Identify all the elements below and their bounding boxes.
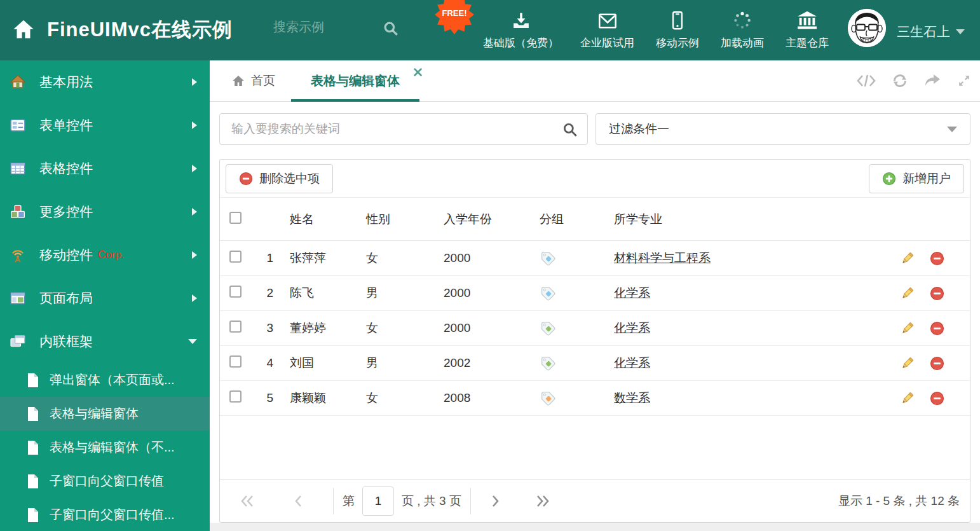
open-new-window-icon[interactable]: [924, 74, 941, 88]
edit-icon[interactable]: [900, 286, 915, 301]
first-page-button[interactable]: [240, 494, 254, 508]
sidebar-item-label: 更多控件: [39, 203, 93, 221]
major-link[interactable]: 化学系: [614, 321, 650, 334]
header-search-icon[interactable]: [383, 20, 399, 39]
delete-selected-button[interactable]: 删除选中项: [226, 164, 333, 193]
delete-icon[interactable]: [930, 356, 944, 371]
keyword-search-input[interactable]: [230, 121, 554, 137]
cell-major: 化学系: [614, 320, 875, 336]
expand-icon[interactable]: [957, 74, 971, 88]
brand-home-icon[interactable]: [11, 18, 36, 43]
row-checkbox[interactable]: [229, 286, 242, 298]
home-icon: [9, 74, 28, 90]
row-checkbox[interactable]: [229, 390, 242, 403]
cell-actions: [875, 356, 970, 371]
sidebar-subitem-child-to-parent[interactable]: 子窗口向父窗口传值: [0, 464, 210, 498]
search-icon[interactable]: [562, 121, 578, 141]
sidebar-subitem-label: 子窗口向父窗口传值: [50, 472, 164, 490]
cell-gender: 男: [366, 355, 444, 371]
sidebar-subitem-grid-edit-window-2[interactable]: 表格与编辑窗体（不...: [0, 431, 210, 464]
sidebar-subitem-label: 表格与编辑窗体（不...: [50, 439, 175, 456]
tab-grid-edit-window[interactable]: 表格与编辑窗体: [291, 60, 419, 101]
header-search-input[interactable]: [272, 19, 374, 35]
delete-icon[interactable]: [930, 321, 944, 336]
sidebar-item-grid-controls[interactable]: 表格控件: [0, 147, 210, 190]
col-gender: 性别: [366, 211, 444, 228]
sidebar-item-page-layout[interactable]: 页面布局: [0, 277, 210, 320]
cell-name: 董婷婷: [277, 320, 366, 336]
filter-row: 过滤条件一: [219, 113, 970, 145]
sidebar-item-form-controls[interactable]: 表单控件: [0, 104, 210, 147]
refresh-icon[interactable]: [892, 73, 908, 88]
form-icon: [9, 117, 28, 134]
menu-item-theme-store[interactable]: 主题仓库: [786, 11, 829, 50]
cell-year: 2000: [444, 286, 540, 300]
row-number: 4: [252, 356, 277, 370]
sidebar-subitem-grid-edit-window[interactable]: 表格与编辑窗体: [0, 397, 210, 431]
tab-home[interactable]: 首页: [231, 60, 275, 101]
delete-icon[interactable]: [930, 391, 944, 406]
menu-item-loading-animation[interactable]: 加载动画: [721, 11, 764, 50]
sidebar-item-label: 基本用法: [39, 73, 93, 91]
add-user-button[interactable]: 新增用户: [869, 164, 964, 193]
chevron-right-icon: [192, 78, 197, 86]
user-menu[interactable]: 三生石上: [897, 23, 965, 41]
home-icon: [231, 74, 245, 87]
top-header: FineUIMvc在线示例 FREE! 基础版（免费） 企业版试用: [0, 0, 980, 60]
sidebar-item-label: 内联框架: [39, 333, 93, 350]
layout-icon: [9, 290, 28, 307]
major-link[interactable]: 化学系: [614, 356, 650, 369]
menu-item-label: 主题仓库: [786, 36, 829, 50]
row-checkbox[interactable]: [229, 355, 242, 368]
filter-dropdown[interactable]: 过滤条件一: [595, 113, 970, 145]
sidebar-subitem-child-to-parent-2[interactable]: 子窗口向父窗口传值...: [0, 498, 210, 531]
table-row: 1 张萍萍 女 2000 材料科学与工程系: [220, 241, 970, 276]
tag-icon: [541, 251, 555, 266]
chevron-down-icon: [188, 339, 197, 344]
select-all-checkbox[interactable]: [229, 212, 242, 224]
cell-name: 陈飞: [277, 285, 366, 301]
sidebar-subitem-popup-window[interactable]: 弹出窗体（本页面或...: [0, 363, 210, 397]
delete-icon[interactable]: [930, 286, 944, 301]
edit-icon[interactable]: [900, 391, 915, 406]
major-link[interactable]: 数学系: [614, 391, 650, 404]
cell-name: 张萍萍: [277, 250, 366, 266]
sidebar-item-inline-frame[interactable]: 内联框架: [0, 320, 210, 363]
row-checkbox[interactable]: [229, 251, 242, 263]
major-link[interactable]: 化学系: [614, 286, 650, 300]
cell-gender: 女: [366, 250, 444, 266]
cell-year: 2000: [444, 321, 540, 335]
sidebar-item-mobile-controls[interactable]: 移动控件 Corp.: [0, 233, 210, 277]
chevron-right-icon: [192, 208, 197, 216]
row-number: 1: [252, 251, 277, 265]
app-window: FineUIMvc在线示例 FREE! 基础版（免费） 企业版试用: [0, 0, 980, 531]
plus-circle-icon: [882, 172, 896, 186]
edit-icon[interactable]: [900, 321, 915, 336]
delete-icon[interactable]: [930, 251, 944, 266]
source-code-icon[interactable]: [857, 74, 876, 88]
page-icon: [27, 507, 39, 523]
chevron-right-icon: [192, 294, 197, 302]
table-header-row: 姓名 性别 入学年份 分组 所学专业: [220, 198, 970, 241]
next-page-button[interactable]: [491, 494, 500, 508]
keyword-searchbox: [219, 113, 588, 145]
last-page-button[interactable]: [536, 494, 550, 508]
menu-item-enterprise-trial[interactable]: 企业版试用: [580, 11, 634, 50]
menu-item-label: 基础版（免费）: [483, 36, 559, 50]
menu-item-basic-edition[interactable]: 基础版（免费）: [483, 11, 559, 50]
major-link[interactable]: 材料科学与工程系: [614, 251, 711, 265]
minus-circle-icon: [239, 172, 253, 186]
avatar[interactable]: [848, 9, 886, 47]
sidebar-item-basic-usage[interactable]: 基本用法: [0, 60, 210, 104]
tab-close-icon[interactable]: [414, 68, 422, 76]
prev-page-button[interactable]: [294, 494, 303, 508]
page-number-input[interactable]: [362, 486, 394, 516]
row-checkbox[interactable]: [229, 321, 242, 333]
edit-icon[interactable]: [900, 356, 915, 371]
menu-item-mobile-demo[interactable]: 移动示例: [656, 11, 699, 50]
sidebar-item-more-controls[interactable]: 更多控件: [0, 190, 210, 233]
cell-actions: [875, 251, 970, 266]
sidebar-item-label: 表格控件: [39, 160, 93, 177]
edit-icon[interactable]: [900, 251, 915, 266]
cell-gender: 女: [366, 320, 444, 336]
